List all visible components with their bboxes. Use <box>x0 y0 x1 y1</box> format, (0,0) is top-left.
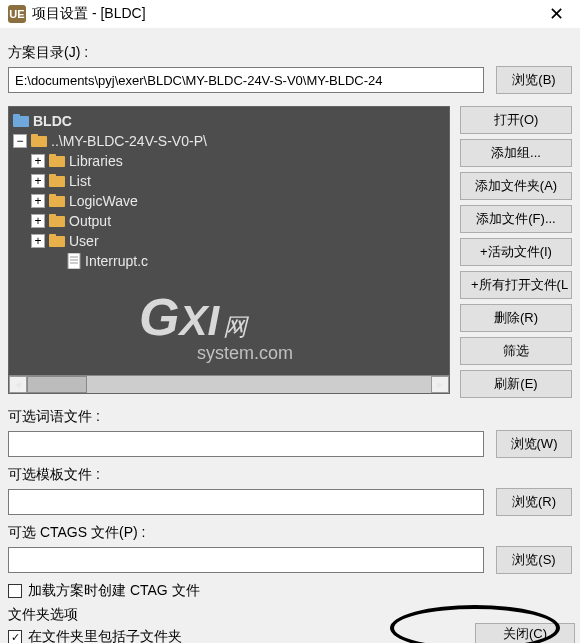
tree-item[interactable]: + User <box>9 231 449 251</box>
tree-item[interactable]: + Libraries <box>9 151 449 171</box>
folder-icon <box>49 154 65 168</box>
folder-icon <box>49 194 65 208</box>
tree-label: Output <box>69 213 111 229</box>
delete-button[interactable]: 删除(R) <box>460 304 572 332</box>
tree-sub[interactable]: − ..\MY-BLDC-24V-S-V0-P\ <box>9 131 449 151</box>
scroll-thumb[interactable] <box>27 376 87 393</box>
svg-rect-11 <box>49 214 56 218</box>
app-logo-icon: UE <box>8 5 26 23</box>
folder-icon <box>49 214 65 228</box>
tree-label: BLDC <box>33 113 72 129</box>
folder-icon <box>31 134 47 148</box>
active-file-button[interactable]: +活动文件(I) <box>460 238 572 266</box>
window-title: 项目设置 - [BLDC] <box>32 5 541 23</box>
filter-button[interactable]: 筛选 <box>460 337 572 365</box>
expander-icon[interactable]: − <box>13 134 27 148</box>
ctags-file-label: 可选 CTAGS 文件(P) : <box>8 524 572 542</box>
browse-w-button[interactable]: 浏览(W) <box>496 430 572 458</box>
svg-rect-1 <box>13 114 20 118</box>
word-file-input[interactable] <box>8 431 484 457</box>
expander-icon[interactable]: + <box>31 234 45 248</box>
tpl-file-label: 可选模板文件 : <box>8 466 572 484</box>
open-button[interactable]: 打开(O) <box>460 106 572 134</box>
expander-icon[interactable]: + <box>31 174 45 188</box>
tree-label: List <box>69 173 91 189</box>
tree-label: LogicWave <box>69 193 138 209</box>
ctags-file-input[interactable] <box>8 547 484 573</box>
svg-rect-7 <box>49 174 56 178</box>
svg-rect-13 <box>49 234 56 238</box>
browse-s-button[interactable]: 浏览(S) <box>496 546 572 574</box>
project-icon <box>13 114 29 128</box>
svg-rect-3 <box>31 134 38 138</box>
all-open-files-button[interactable]: +所有打开文件(L <box>460 271 572 299</box>
tree-label: User <box>69 233 99 249</box>
expander-icon[interactable]: + <box>31 214 45 228</box>
checkbox-label: 在文件夹里包括子文件夹 <box>28 628 182 643</box>
expander-icon[interactable]: + <box>31 154 45 168</box>
close-button[interactable]: 关闭(C) <box>475 623 575 643</box>
tree-root[interactable]: BLDC <box>9 111 449 131</box>
tree-item[interactable]: + LogicWave <box>9 191 449 211</box>
add-file-button[interactable]: 添加文件(F)... <box>460 205 572 233</box>
add-group-button[interactable]: 添加组... <box>460 139 572 167</box>
folder-options-label: 文件夹选项 <box>8 606 572 624</box>
tree-item[interactable]: + List <box>9 171 449 191</box>
tree-file[interactable]: + Interrupt.c <box>9 251 449 271</box>
expander-icon[interactable]: + <box>31 194 45 208</box>
tree-label: ..\MY-BLDC-24V-S-V0-P\ <box>51 133 207 149</box>
scroll-right-icon[interactable]: ► <box>431 376 449 393</box>
tree-item[interactable]: + Output <box>9 211 449 231</box>
project-tree[interactable]: BLDC − ..\MY-BLDC-24V-S-V0-P\ + Librarie… <box>8 106 450 394</box>
svg-rect-14 <box>68 253 80 269</box>
browse-button[interactable]: 浏览(B) <box>496 66 572 94</box>
close-icon[interactable]: ✕ <box>541 3 572 25</box>
svg-rect-5 <box>49 154 56 158</box>
scroll-left-icon[interactable]: ◄ <box>9 376 27 393</box>
word-file-label: 可选词语文件 : <box>8 408 572 426</box>
action-buttons: 打开(O) 添加组... 添加文件夹(A) 添加文件(F)... +活动文件(I… <box>460 106 572 398</box>
folder-icon <box>49 234 65 248</box>
add-folder-button[interactable]: 添加文件夹(A) <box>460 172 572 200</box>
scheme-dir-input[interactable] <box>8 67 484 93</box>
title-bar: UE 项目设置 - [BLDC] ✕ <box>0 0 580 28</box>
refresh-button[interactable]: 刷新(E) <box>460 370 572 398</box>
svg-rect-9 <box>49 194 56 198</box>
folder-icon <box>49 174 65 188</box>
checkbox-icon[interactable] <box>8 584 22 598</box>
load-ctag-checkbox-row[interactable]: 加载方案时创建 CTAG 文件 <box>8 582 572 600</box>
scheme-dir-label: 方案目录(J) : <box>8 44 572 62</box>
checkbox-label: 加载方案时创建 CTAG 文件 <box>28 582 200 600</box>
browse-r-button[interactable]: 浏览(R) <box>496 488 572 516</box>
tree-label: Libraries <box>69 153 123 169</box>
tree-label: Interrupt.c <box>85 253 148 269</box>
checkbox-checked-icon[interactable]: ✓ <box>8 630 22 643</box>
file-icon <box>67 253 81 269</box>
tpl-file-input[interactable] <box>8 489 484 515</box>
horizontal-scrollbar[interactable]: ◄ ► <box>9 375 449 393</box>
